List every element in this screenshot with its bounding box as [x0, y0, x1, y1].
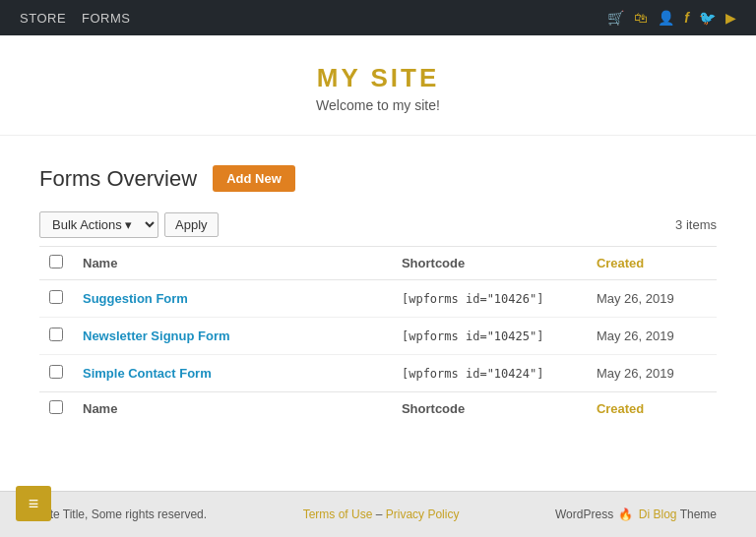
forms-tbody: Suggestion Form [wpforms id="10426"] May… — [39, 280, 717, 392]
shortcode-value-1: [wpforms id="10425"] — [402, 329, 544, 343]
items-count: 3 items — [675, 217, 717, 232]
nav-store[interactable]: STORE — [20, 11, 66, 26]
nav-links: STORE FORMS — [20, 11, 131, 26]
row-created-cell: May 26, 2019 — [587, 318, 717, 355]
apply-button[interactable]: Apply — [164, 212, 219, 237]
footer-name[interactable]: Name — [73, 392, 392, 426]
site-footer: Site Title, Some rights reserved. Terms … — [0, 491, 756, 537]
header-created[interactable]: Created — [587, 247, 717, 280]
row-shortcode-cell: [wpforms id="10425"] — [392, 318, 587, 355]
di-blog-link[interactable]: Di Blog — [639, 507, 677, 521]
table-row: Newsletter Signup Form [wpforms id="1042… — [39, 318, 717, 355]
site-subtitle: Welcome to my site! — [20, 97, 736, 113]
header-name[interactable]: Name — [73, 247, 392, 280]
footer-check-col — [39, 392, 73, 426]
site-title: MY SITE — [20, 63, 736, 93]
nav-icons: 🛒 🛍 👤 f 🐦 ▶ — [607, 10, 736, 26]
footer-shortcode: Shortcode — [392, 392, 587, 426]
row-checkbox-cell — [39, 355, 73, 392]
table-row: Simple Contact Form [wpforms id="10424"]… — [39, 355, 717, 392]
wp-icon: 🔥 — [618, 507, 633, 521]
forms-title: Forms Overview — [39, 166, 197, 192]
footer-select-all-checkbox[interactable] — [49, 400, 63, 414]
row-name-cell: Suggestion Form — [73, 280, 392, 318]
table-toolbar: Bulk Actions ▾ Apply 3 items — [39, 211, 717, 238]
bulk-actions-select[interactable]: Bulk Actions ▾ — [39, 211, 158, 238]
top-nav: STORE FORMS 🛒 🛍 👤 f 🐦 ▶ — [0, 0, 756, 35]
forms-header: Forms Overview Add New — [39, 165, 717, 192]
form-link-2[interactable]: Simple Contact Form — [83, 366, 212, 381]
terms-link[interactable]: Terms of Use — [303, 507, 373, 521]
form-link-1[interactable]: Newsletter Signup Form — [83, 328, 230, 343]
header-shortcode: Shortcode — [392, 247, 587, 280]
shortcode-value-2: [wpforms id="10424"] — [402, 367, 544, 381]
twitter-icon[interactable]: 🐦 — [699, 10, 716, 26]
footer-links: Terms of Use – Privacy Policy — [303, 507, 460, 521]
row-checkbox-2[interactable] — [49, 365, 63, 379]
form-link-0[interactable]: Suggestion Form — [83, 291, 188, 306]
table-footer-row: Name Shortcode Created — [39, 392, 717, 426]
table-header-row: Name Shortcode Created — [39, 247, 717, 280]
row-shortcode-cell: [wpforms id="10426"] — [392, 280, 587, 318]
add-new-button[interactable]: Add New — [213, 165, 295, 192]
privacy-link[interactable]: Privacy Policy — [386, 507, 460, 521]
facebook-icon[interactable]: f — [684, 10, 689, 26]
row-created-cell: May 26, 2019 — [587, 355, 717, 392]
date-value-1: May 26, 2019 — [597, 328, 674, 343]
date-value-0: May 26, 2019 — [597, 291, 674, 306]
footer-created: Created — [587, 392, 717, 426]
row-created-cell: May 26, 2019 — [587, 280, 717, 318]
footer-copyright: Site Title, Some rights reserved. — [39, 507, 207, 521]
row-checkbox-cell — [39, 280, 73, 318]
row-name-cell: Newsletter Signup Form — [73, 318, 392, 355]
row-checkbox-cell — [39, 318, 73, 355]
date-value-2: May 26, 2019 — [597, 366, 674, 381]
header-checkbox-col — [39, 247, 73, 280]
select-all-checkbox[interactable] — [49, 255, 63, 268]
footer-separator: – — [376, 507, 386, 521]
youtube-icon[interactable]: ▶ — [725, 10, 736, 26]
shop-icon[interactable]: 🛍 — [634, 10, 648, 26]
user-icon[interactable]: 👤 — [658, 10, 674, 26]
row-checkbox-0[interactable] — [49, 290, 63, 304]
site-header: MY SITE Welcome to my site! — [0, 35, 756, 136]
row-checkbox-1[interactable] — [49, 328, 63, 341]
main-content: Forms Overview Add New Bulk Actions ▾ Ap… — [0, 136, 756, 491]
toolbar-left: Bulk Actions ▾ Apply — [39, 211, 219, 238]
forms-table: Name Shortcode Created Suggestion Form [… — [39, 246, 717, 425]
table-row: Suggestion Form [wpforms id="10426"] May… — [39, 280, 717, 318]
row-name-cell: Simple Contact Form — [73, 355, 392, 392]
nav-forms[interactable]: FORMS — [82, 11, 130, 26]
cart-icon[interactable]: 🛒 — [607, 10, 624, 26]
footer-wp: WordPress 🔥 Di Blog Theme — [555, 507, 717, 521]
floating-menu-button[interactable]: ≡ — [16, 486, 51, 521]
row-shortcode-cell: [wpforms id="10424"] — [392, 355, 587, 392]
shortcode-value-0: [wpforms id="10426"] — [402, 292, 544, 306]
